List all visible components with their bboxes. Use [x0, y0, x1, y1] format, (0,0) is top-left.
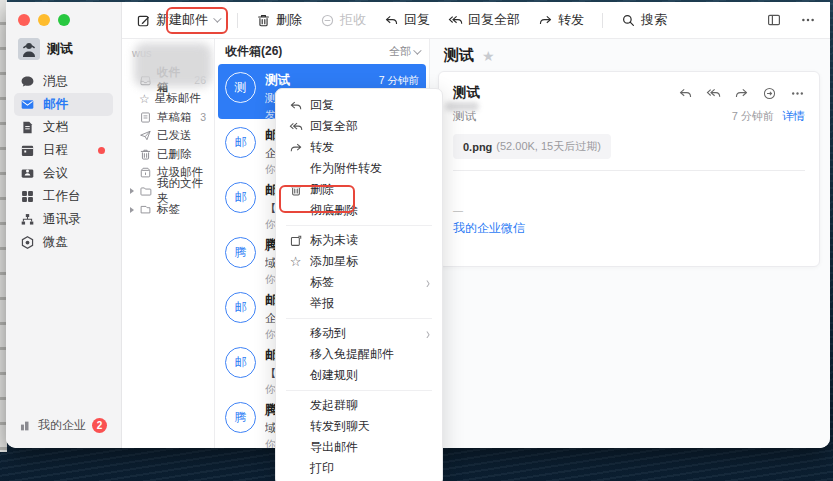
card-divider — [453, 170, 805, 171]
toolbar-divider — [237, 13, 238, 28]
card-sender: 测试 — [453, 84, 480, 102]
menu-item-delete-permanently[interactable]: 彻底删除 — [276, 200, 442, 221]
menu-item-add-star[interactable]: ☆ 添加星标 — [276, 251, 442, 272]
trash-icon — [289, 183, 303, 197]
avatar — [18, 38, 40, 60]
attachment-name: 0.png — [463, 141, 492, 153]
menu-item-forward[interactable]: 转发 — [276, 137, 442, 158]
avatar: 测 — [225, 72, 256, 103]
contacts-icon — [20, 212, 35, 227]
sidebar-item-drive[interactable]: 微盘 — [14, 231, 113, 254]
reply-all-icon[interactable] — [706, 86, 721, 101]
attachment-meta: (52.00K, 15天后过期) — [496, 139, 601, 154]
menu-item-export-mail[interactable]: 导出邮件 — [276, 437, 442, 458]
user-profile[interactable]: 测试 — [6, 26, 121, 60]
more-icon[interactable] — [800, 12, 816, 28]
app-sidebar: 测试 消息 邮件 文档 日程 — [6, 2, 122, 448]
menu-item-start-group-chat[interactable]: 发起群聊 — [276, 395, 442, 416]
minimize-button[interactable] — [38, 14, 50, 26]
avatar: 邮 — [225, 347, 256, 378]
forward-to-chat-icon[interactable] — [762, 86, 777, 101]
sidebar-item-calendar[interactable]: 日程 — [14, 139, 113, 162]
menu-label: 标签 — [310, 274, 334, 291]
forward-icon — [538, 13, 553, 28]
mark-unread-icon — [289, 234, 303, 248]
body-link[interactable]: 我的企业微信 — [453, 220, 525, 237]
mail-title-row: 测试 ★ — [430, 39, 830, 65]
star-icon: ☆ — [290, 255, 302, 268]
menu-item-report[interactable]: 举报 — [276, 293, 442, 314]
sidebar-item-label: 日程 — [43, 142, 68, 159]
menu-item-move-no-alert[interactable]: 移入免提醒邮件 — [276, 344, 442, 365]
close-button[interactable] — [18, 14, 30, 26]
submenu-arrow-icon: › — [426, 324, 430, 342]
menu-item-mark-unread[interactable]: 标为未读 — [276, 230, 442, 251]
menu-item-create-rule[interactable]: 创建规则 — [276, 365, 442, 386]
forward-button[interactable]: 转发 — [538, 11, 584, 29]
forward-icon[interactable] — [734, 86, 749, 101]
menu-item-reply[interactable]: 回复 — [276, 95, 442, 116]
chat-icon — [20, 74, 35, 89]
menu-item-forward-as-attachment[interactable]: 作为附件转发 — [276, 158, 442, 179]
sidebar-item-label: 微盘 — [43, 234, 68, 251]
sidebar-item-meeting[interactable]: 会议 — [14, 162, 113, 185]
menu-label: 创建规则 — [310, 367, 358, 384]
sidebar-item-contacts[interactable]: 通讯录 — [14, 208, 113, 231]
attachment-chip[interactable]: 0.png (52.00K, 15天后过期) — [453, 134, 611, 159]
card-subject: 测试 — [453, 109, 476, 124]
folder-sent[interactable]: 已发送 — [122, 127, 214, 146]
mail-body: — 我的企业微信 — [453, 205, 805, 237]
expand-caret-icon[interactable] — [130, 207, 134, 213]
menu-label: 转发到聊天 — [310, 418, 370, 435]
zoom-button[interactable] — [58, 14, 70, 26]
folder-deleted[interactable]: 已删除 — [122, 145, 214, 164]
sidebar-item-mail[interactable]: 邮件 — [14, 93, 113, 116]
search-label: 搜索 — [641, 11, 667, 29]
reply-all-icon — [289, 120, 303, 134]
folder-my-folders[interactable]: 我的文件夹 — [122, 182, 214, 201]
folder-label: 已删除 — [157, 147, 192, 162]
filter-dropdown[interactable]: 全部 — [389, 44, 419, 59]
workbench-icon — [20, 189, 35, 204]
folder-list: 收件箱 26 ☆ 星标邮件 草稿箱 3 已发送 — [122, 71, 214, 219]
sidebar-item-docs[interactable]: 文档 — [14, 116, 113, 139]
menu-item-move-to[interactable]: 移动到 › — [276, 323, 442, 344]
sidebar-item-workbench[interactable]: 工作台 — [14, 185, 113, 208]
menu-item-forward-to-chat[interactable]: 转发到聊天 — [276, 416, 442, 437]
folder-starred[interactable]: ☆ 星标邮件 — [122, 90, 214, 109]
chevron-down-icon — [413, 46, 421, 54]
menu-label: 标为未读 — [310, 232, 358, 249]
mail-icon — [20, 97, 35, 112]
avatar: 腾 — [225, 237, 256, 268]
reject-button[interactable]: 拒收 — [320, 11, 366, 29]
reply-icon[interactable] — [678, 86, 693, 101]
sidebar-item-messages[interactable]: 消息 — [14, 70, 113, 93]
more-icon[interactable] — [790, 86, 805, 101]
reply-button[interactable]: 回复 — [384, 11, 430, 29]
delete-button[interactable]: 删除 — [256, 11, 302, 29]
compose-button[interactable]: 新建邮件 — [136, 11, 219, 29]
submenu-arrow-icon: › — [426, 273, 430, 291]
my-company-button[interactable]: 我的企业 2 — [18, 417, 107, 434]
menu-item-tags[interactable]: 标签 › — [276, 272, 442, 293]
detail-link[interactable]: 详情 — [782, 109, 805, 124]
search-button[interactable]: 搜索 — [621, 11, 667, 29]
star-toggle-icon[interactable]: ★ — [482, 48, 495, 64]
app-nav: 消息 邮件 文档 日程 会议 — [6, 70, 121, 254]
reply-all-label: 回复全部 — [468, 11, 520, 29]
filter-label: 全部 — [389, 44, 411, 59]
redacted-account-name — [134, 43, 212, 87]
expand-caret-icon[interactable] — [130, 188, 134, 194]
trash-icon — [256, 13, 271, 28]
menu-item-print[interactable]: 打印 — [276, 458, 442, 479]
menu-item-delete[interactable]: 删除 — [276, 179, 442, 200]
mail-time: 7 分钟前 — [379, 74, 419, 88]
mail-title: 测试 — [444, 46, 474, 65]
reply-all-button[interactable]: 回复全部 — [448, 11, 520, 29]
folder-drafts[interactable]: 草稿箱 3 — [122, 108, 214, 127]
menu-label: 彻底删除 — [310, 202, 358, 219]
layout-toggle-icon[interactable] — [766, 12, 782, 28]
tag-icon — [139, 203, 152, 216]
folder-count: 3 — [200, 111, 206, 123]
menu-item-reply-all[interactable]: 回复全部 — [276, 116, 442, 137]
